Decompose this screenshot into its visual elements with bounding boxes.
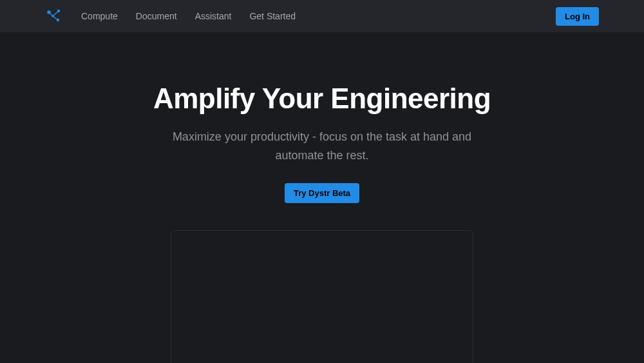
login-button[interactable]: Log In <box>556 7 599 26</box>
hero-subtitle: Maximize your productivity - focus on th… <box>155 128 489 165</box>
preview-box <box>171 230 473 363</box>
navbar: Compute Document Assistant Get Started L… <box>0 0 644 32</box>
cta-button[interactable]: Try Dystr Beta <box>285 183 359 203</box>
navbar-left: Compute Document Assistant Get Started <box>45 7 296 25</box>
logo-icon[interactable] <box>45 7 63 25</box>
nav-link-assistant[interactable]: Assistant <box>195 11 232 21</box>
nav-links: Compute Document Assistant Get Started <box>81 11 296 21</box>
hero-section: Amplify Your Engineering Maximize your p… <box>0 32 644 363</box>
svg-line-5 <box>53 11 59 16</box>
hero-title: Amplify Your Engineering <box>0 83 644 115</box>
svg-line-6 <box>53 16 58 20</box>
svg-line-4 <box>49 12 53 16</box>
nav-link-compute[interactable]: Compute <box>81 11 118 21</box>
nav-link-get-started[interactable]: Get Started <box>249 11 296 21</box>
nav-link-document[interactable]: Document <box>136 11 177 21</box>
